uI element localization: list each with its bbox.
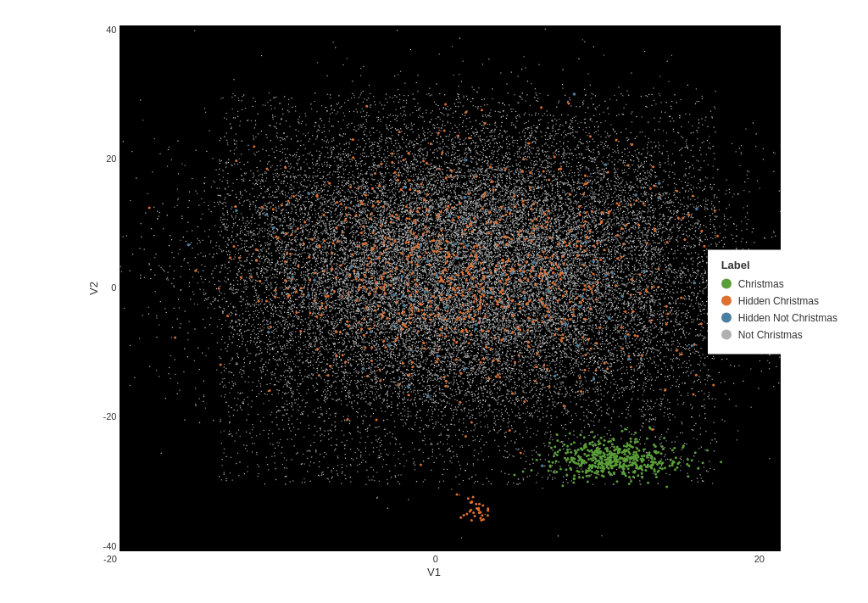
legend-dot-hidden-christmas xyxy=(721,295,732,305)
legend-label-not-christmas: Not Christmas xyxy=(738,328,803,340)
y-tick-0: 0 xyxy=(111,283,116,293)
y-axis-ticks: 40 20 0 -20 -40 xyxy=(103,25,117,551)
y-axis-label: V2 xyxy=(87,282,100,295)
legend-label-christmas: Christmas xyxy=(738,277,784,289)
legend-item-hidden-not-christmas: Hidden Not Christmas xyxy=(721,311,837,323)
legend-item-christmas: Christmas xyxy=(721,277,837,289)
x-axis-ticks: -20 0 20 xyxy=(103,554,765,564)
legend-title: Label xyxy=(721,258,837,271)
legend-label-hidden-christmas: Hidden Christmas xyxy=(738,294,819,306)
y-tick--40: -40 xyxy=(103,542,117,551)
y-tick-20: 20 xyxy=(106,154,116,164)
legend-dot-hidden-not-christmas xyxy=(721,312,732,322)
legend-item-hidden-christmas: Hidden Christmas xyxy=(721,294,837,306)
scatter-plot xyxy=(120,25,781,551)
legend-label-hidden-not-christmas: Hidden Not Christmas xyxy=(738,311,837,323)
plot-area: V2 40 20 0 -20 -40 -20 0 20 V1 xyxy=(87,25,782,578)
y-tick--20: -20 xyxy=(103,412,117,422)
plot-with-yaxis: V2 40 20 0 -20 -40 xyxy=(87,25,782,551)
chart-container: V2 40 20 0 -20 -40 -20 0 20 V1 Label Chr… xyxy=(0,0,868,603)
canvas-wrapper xyxy=(120,25,781,551)
legend: Label Christmas Hidden Christmas Hidden … xyxy=(708,249,851,354)
x-tick--20: -20 xyxy=(103,554,117,564)
x-axis-label: V1 xyxy=(427,566,441,578)
legend-dot-not-christmas xyxy=(721,329,732,339)
x-tick-20: 20 xyxy=(754,554,765,564)
legend-item-not-christmas: Not Christmas xyxy=(721,328,837,340)
x-tick-0: 0 xyxy=(433,554,438,564)
legend-dot-christmas xyxy=(721,278,732,288)
y-tick-40: 40 xyxy=(106,25,116,35)
